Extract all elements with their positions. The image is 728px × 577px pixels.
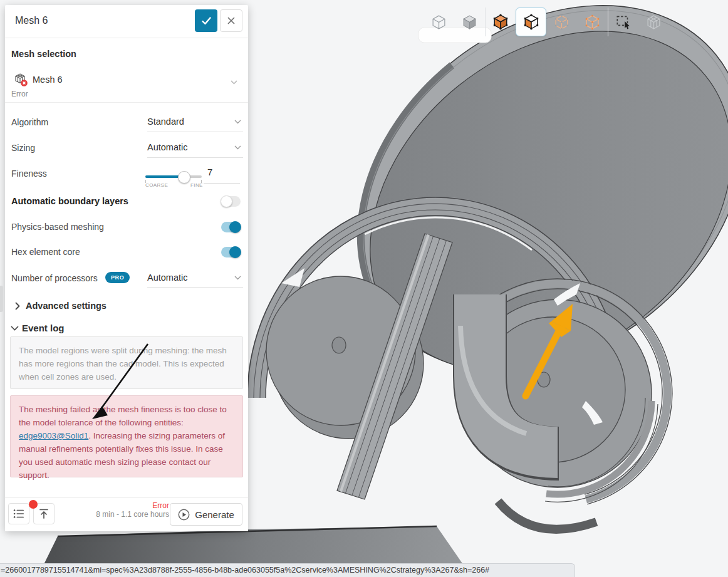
close-button[interactable] <box>220 9 242 32</box>
sizing-select[interactable]: Automatic <box>147 142 187 152</box>
play-circle-icon <box>178 509 190 521</box>
physics-based-meshing-label: Physics-based meshing <box>11 222 104 232</box>
run-status-error: Error <box>96 501 169 510</box>
list-icon <box>13 508 25 519</box>
chevron-down-icon[interactable] <box>234 145 241 150</box>
auto-boundary-layers-toggle[interactable] <box>221 196 241 207</box>
view-toolbar <box>424 8 669 36</box>
fineness-value[interactable]: 7 <box>207 167 212 177</box>
num-processors-label: Number of processors <box>11 273 98 283</box>
algorithm-label: Algorithm <box>11 117 48 127</box>
auto-boundary-layers-label: Automatic boundary layers <box>11 196 128 206</box>
error-message-pre: The meshing failed as the mesh fineness … <box>19 405 227 427</box>
edge-select-cube-icon[interactable] <box>577 8 608 36</box>
wireframe-cube-icon[interactable] <box>424 8 454 36</box>
panel-edge-handle[interactable] <box>0 286 3 312</box>
mesh-error-icon <box>14 73 29 90</box>
upload-icon <box>38 508 49 519</box>
event-log-header[interactable]: Event log <box>22 323 65 333</box>
event-list-button[interactable] <box>8 503 29 524</box>
browser-status-url: =2660017789715514741&mi=spec%3A23d8788f-… <box>0 563 575 577</box>
run-status: Error 8 min - 1.1 core hours <box>96 501 169 519</box>
fineness-max-label: FINE <box>190 182 203 188</box>
face-select-cube-icon[interactable] <box>516 8 546 36</box>
confirm-button[interactable] <box>195 9 217 32</box>
hex-element-core-toggle[interactable] <box>221 247 241 257</box>
panel-header: Mesh 6 <box>5 5 248 38</box>
mesh-selection-heading: Mesh selection <box>11 49 76 59</box>
vertex-select-cube-icon[interactable] <box>546 8 577 36</box>
box-select-icon[interactable] <box>608 8 638 36</box>
fineness-slider[interactable] <box>145 175 202 178</box>
chevron-down-icon[interactable] <box>234 120 241 124</box>
generate-button[interactable]: Generate <box>170 503 242 526</box>
hex-element-core-label: Hex element core <box>11 247 80 257</box>
panel-title: Mesh 6 <box>15 15 48 26</box>
notification-dot <box>29 500 38 509</box>
panel-footer: Error 8 min - 1.1 core hours Generate <box>5 497 248 531</box>
fineness-slider-knob[interactable] <box>178 171 190 184</box>
physics-based-meshing-toggle[interactable] <box>221 222 241 232</box>
mesh-selection-item[interactable]: Mesh 6 <box>33 75 63 85</box>
mesh-cube-disabled-icon[interactable] <box>638 8 669 36</box>
run-estimate: 8 min - 1.1 core hours <box>96 510 169 519</box>
sizing-label: Sizing <box>11 143 35 153</box>
checkmark-icon <box>202 17 211 25</box>
generate-label: Generate <box>195 509 234 520</box>
fineness-min-label: COARSE <box>145 182 168 188</box>
event-log-info-message: The model regions were split during mesh… <box>10 336 243 389</box>
chevron-down-icon[interactable] <box>11 326 19 331</box>
left-disc-pin <box>332 337 346 353</box>
fineness-label: Fineness <box>11 169 47 179</box>
advanced-settings-header[interactable]: Advanced settings <box>26 301 107 311</box>
num-processors-select[interactable]: Automatic <box>147 273 187 283</box>
chevron-down-icon[interactable] <box>231 80 237 85</box>
chevron-down-icon[interactable] <box>234 276 241 280</box>
mesh-status-label: Error <box>11 90 28 98</box>
solid-orange-cube-icon[interactable] <box>485 8 516 36</box>
pro-badge: PRO <box>105 272 130 283</box>
event-log-error-message: The meshing failed as the mesh fineness … <box>10 395 243 477</box>
close-icon <box>227 17 235 24</box>
chevron-right-icon[interactable] <box>15 302 20 310</box>
algorithm-select[interactable]: Standard <box>147 117 184 127</box>
error-entity-link[interactable]: edge9003@Solid1 <box>19 431 88 440</box>
mesh-settings-panel: Mesh 6 Mesh selection Mesh 6 Error Algor… <box>5 5 248 531</box>
shaded-cube-icon[interactable] <box>454 8 485 36</box>
